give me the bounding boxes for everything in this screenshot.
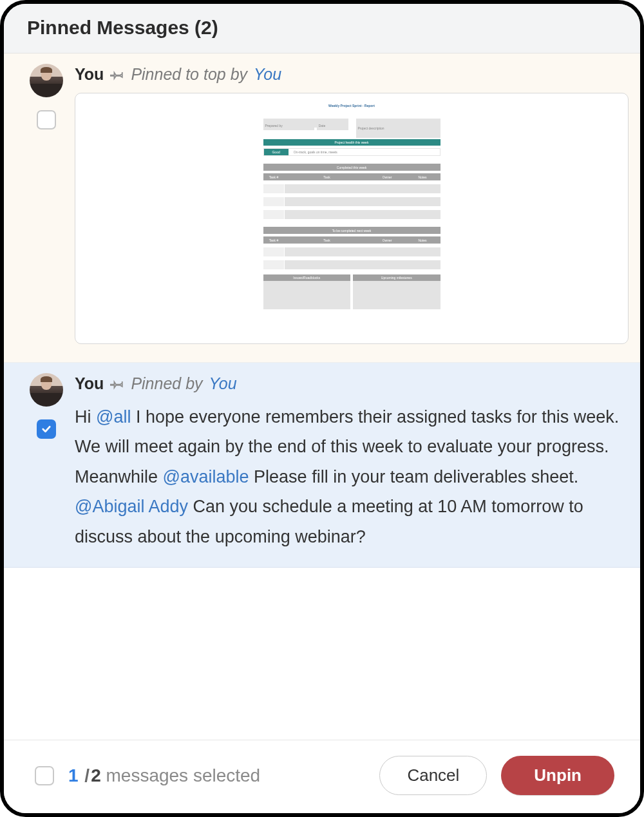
mention-available[interactable]: @available (163, 467, 249, 486)
message-author: You (75, 65, 104, 84)
table-header-row: Task # Task Owner Notes (263, 236, 440, 244)
select-checkbox[interactable] (37, 419, 56, 439)
col-task: Task (285, 173, 370, 180)
report-subtitle (263, 110, 440, 113)
table-row (263, 247, 440, 256)
total-number: 2 (91, 765, 101, 785)
col-task: Task (285, 236, 370, 244)
table-row (263, 197, 440, 206)
section-next-title: To be completed next week (263, 227, 440, 234)
dialog-footer: 1 /2 messages selected Cancel Unpin (4, 740, 640, 813)
pinned-by-user[interactable]: You (254, 65, 281, 84)
health-good-badge: Good (264, 149, 289, 155)
avatar (30, 64, 63, 97)
pinned-message[interactable]: You Pinned to top by You Weekly Project … (4, 53, 640, 363)
message-body: You Pinned to top by You Weekly Project … (75, 64, 629, 344)
issues-body (263, 281, 351, 309)
message-text: Hi @all I hope everyone remembers their … (75, 402, 629, 552)
message-left-column (30, 64, 63, 344)
pinned-by-user[interactable]: You (209, 374, 237, 393)
pinned-messages-dialog: Pinned Messages (2) You Pinned to top by… (0, 0, 644, 817)
pinned-message[interactable]: You Pinned by You Hi @all I hope everyon… (4, 363, 640, 568)
attachment-preview[interactable]: Weekly Project Sprint - Report Project n… (75, 93, 629, 344)
selection-suffix: messages selected (101, 765, 260, 785)
mention-all[interactable]: @all (96, 407, 131, 427)
prepared-by-field: Prepared by (263, 121, 314, 130)
avatar (30, 373, 63, 407)
report-document: Weekly Project Sprint - Report Project n… (263, 100, 440, 337)
message-author: You (75, 374, 104, 393)
pin-info-line: You Pinned to top by You (75, 65, 629, 84)
pin-icon (110, 68, 124, 82)
pin-icon (110, 377, 124, 391)
dialog-title: Pinned Messages (2) (27, 17, 617, 39)
health-text: On-track, goals on time, meets (291, 149, 440, 155)
milestones-body (353, 281, 440, 309)
message-left-column (30, 373, 63, 552)
select-checkbox[interactable] (37, 110, 56, 130)
dialog-header: Pinned Messages (2) (4, 4, 640, 53)
section-health-title: Project health this week (263, 139, 440, 146)
selection-count: 1 /2 messages selected (68, 765, 365, 786)
col-task-no: Task # (263, 173, 285, 180)
table-row (263, 210, 440, 219)
table-header-row: Task # Task Owner Notes (263, 173, 440, 180)
milestones-header: Upcoming milestones (353, 274, 440, 281)
mention-abigail[interactable]: @Abigail Addy (75, 497, 188, 516)
check-icon (41, 423, 52, 435)
issues-header: Issues/Roadblocks (263, 274, 351, 281)
table-row (263, 184, 440, 193)
pin-info-line: You Pinned by You (75, 374, 629, 393)
unpin-button[interactable]: Unpin (501, 756, 614, 795)
col-notes: Notes (405, 173, 440, 180)
cancel-button[interactable]: Cancel (379, 756, 487, 795)
table-row (263, 260, 440, 269)
section-completed-title: Completed this week (263, 164, 440, 171)
col-notes: Notes (405, 236, 440, 244)
report-title: Weekly Project Sprint - Report (263, 104, 440, 108)
col-owner: Owner (370, 173, 405, 180)
pinned-text: Pinned to top by (131, 65, 247, 84)
select-all-checkbox[interactable] (35, 766, 54, 785)
selected-number: 1 (68, 765, 79, 785)
col-owner: Owner (370, 236, 405, 244)
pinned-text: Pinned by (131, 374, 202, 393)
messages-list: You Pinned to top by You Weekly Project … (4, 53, 640, 740)
col-task-no: Task # (263, 236, 285, 244)
bottom-boxes: Issues/Roadblocks Upcoming milestones (263, 274, 440, 309)
message-body: You Pinned by You Hi @all I hope everyon… (75, 373, 629, 552)
date-field: Date (317, 121, 348, 130)
